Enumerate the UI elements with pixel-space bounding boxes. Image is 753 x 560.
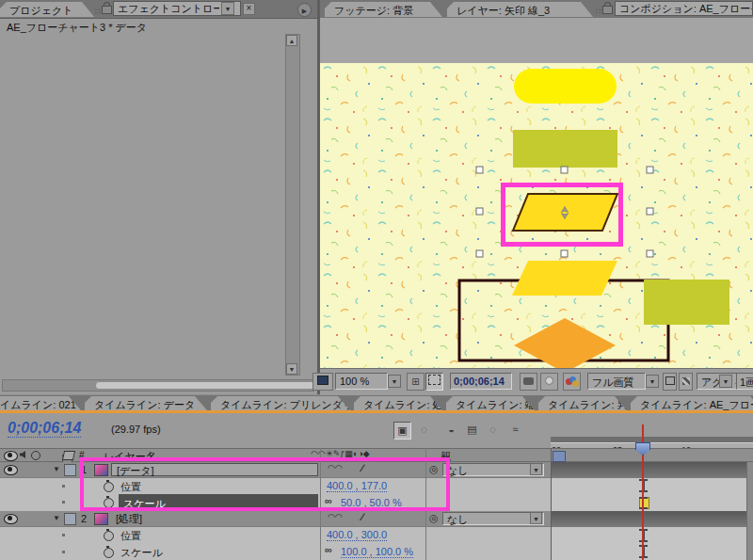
close-tab-button[interactable]: × — [243, 3, 255, 15]
panel-menu-icon: ▶ — [302, 8, 307, 14]
region-of-interest-button[interactable] — [425, 373, 443, 391]
horizontal-scroll-thumb[interactable] — [95, 381, 315, 390]
link-icon[interactable]: ∞ — [325, 544, 332, 555]
tab-timeline-process[interactable]: タイムライン: 処理 — [354, 396, 442, 410]
layer2-visibility-toggle[interactable] — [4, 514, 18, 524]
tab-timeline-ae-flow[interactable]: タイムライン: AE_フローチ — [631, 396, 753, 410]
comp-mini-flowchart-button[interactable]: ▣ — [393, 422, 411, 440]
person-icon — [545, 376, 553, 385]
blue-channel-icon — [572, 380, 579, 387]
layer1-parent-dropdown[interactable]: なし — [442, 463, 544, 476]
chevron-down-icon[interactable]: ▼ — [221, 2, 234, 15]
panel-menu-button[interactable]: ▶ — [297, 3, 312, 17]
current-time-display[interactable]: 0;00;06;14 — [8, 420, 81, 438]
layer1-label-chip[interactable] — [64, 464, 76, 476]
tab-timeline-021[interactable]: イムライン: 021 — [0, 396, 81, 410]
lock-icon — [102, 6, 112, 14]
composition-canvas[interactable] — [320, 63, 753, 368]
viewer-timecode-field[interactable]: 0;00;06;14 — [450, 373, 512, 390]
position2-stopwatch-icon[interactable] — [104, 531, 114, 541]
zoom-chevron-icon[interactable]: ▼ — [388, 375, 401, 388]
layer2-parent-dropdown[interactable]: なし — [442, 512, 544, 525]
layer-row-2[interactable]: ▼ 2 [処理] ◠◠ ∕ ◎ なし ▼ — [0, 511, 551, 527]
panel-grip[interactable]: ∷ — [95, 5, 112, 16]
tab-composition[interactable]: コンポジション: AE_フローチャート3 — [615, 1, 753, 16]
effect-controls-comp-name: AE_フローチャート3 * データ — [7, 21, 147, 35]
track-row-layer2 — [551, 511, 753, 527]
layer2-thumbnail-icon — [94, 513, 108, 525]
layer2-quality-switch[interactable]: ∕ — [361, 511, 363, 522]
resolution-dropdown[interactable]: フル画質 — [587, 373, 646, 390]
layer2-name-field[interactable]: [処理] — [111, 512, 318, 525]
tab-footage[interactable]: フッテージ: 背景 — [325, 2, 442, 17]
layer2-shy-switch[interactable]: ◠◠ — [328, 512, 343, 521]
layer2-expand-triangle[interactable]: ▼ — [53, 514, 60, 522]
composition-panel: フッテージ: 背景 レイヤー: 矢印 線_3 ∷ コンポジション: AE_フロー… — [320, 0, 753, 394]
horizontal-scrollbar[interactable] — [2, 379, 314, 392]
layer1-parent-chevron-icon[interactable]: ▼ — [530, 463, 542, 475]
view-layout-dropdown[interactable]: 1画 — [736, 373, 753, 390]
keyframe-layer1-scale-selected[interactable] — [639, 497, 649, 509]
channel-settings-button[interactable] — [563, 373, 581, 391]
roi-button[interactable] — [663, 373, 677, 391]
column-divider — [551, 448, 552, 560]
keyframe-navigator-dot[interactable] — [62, 534, 65, 536]
layer2-index: 2 — [81, 513, 87, 524]
tab-project[interactable]: プロジェクト — [0, 2, 94, 17]
property-row-layer2-scale[interactable]: スケール ∞ 100.0 , 100.0 % — [0, 544, 551, 560]
scale2-stopwatch-icon[interactable] — [104, 548, 114, 558]
comp-button[interactable] — [553, 451, 566, 462]
ghost-icon: ◌ — [489, 424, 496, 435]
tab-layer[interactable]: レイヤー: 矢印 線_3 — [447, 2, 593, 17]
scroll-down-button[interactable]: ▼ — [286, 363, 297, 375]
dome-icon: ◒ — [448, 424, 455, 435]
timeline-header: 0;00;06;14 (29.97 fps) ▣ ◌ ◒ ▤ ◌ ≈ 00s 0… — [0, 413, 753, 448]
panel-grip[interactable]: ∷ — [596, 5, 613, 16]
tab-timeline-prerender[interactable]: タイムライン: プリレンダリング＃1 — [211, 396, 350, 410]
solo-column-icon — [31, 451, 40, 460]
view-options-button[interactable] — [312, 373, 333, 391]
timeline-scrollbar[interactable] — [746, 462, 753, 560]
checkerboard-icon — [682, 377, 690, 385]
resolution-chevron-icon[interactable]: ▼ — [646, 375, 659, 388]
flowchart-parallelogram-lower — [512, 261, 617, 296]
track-row-pos1 — [551, 478, 753, 494]
hide-shy-layers-button[interactable]: ◒ — [442, 422, 460, 440]
keyframe-navigator-dot[interactable] — [62, 551, 65, 553]
graph-icon: ≈ — [512, 424, 518, 435]
tab-effect-controls[interactable]: エフェクトコントロール: データ ▼ — [113, 1, 241, 16]
graph-editor-button[interactable]: ≈ — [506, 422, 524, 440]
scale2-value[interactable]: 100.0 , 100.0 % — [341, 546, 413, 558]
layer2-label-chip[interactable] — [64, 513, 76, 525]
flowchart-rect-right — [644, 280, 729, 325]
tab-timeline-terminal[interactable]: タイムライン: 端子 — [446, 396, 535, 410]
camera-chevron-icon[interactable]: ▼ — [719, 375, 732, 388]
track-row-scale2 — [551, 544, 753, 560]
layer1-visibility-toggle[interactable] — [4, 465, 18, 475]
keyframe-navigator-dot[interactable] — [62, 485, 65, 488]
lock-icon — [602, 6, 613, 14]
show-snapshot-button[interactable] — [540, 373, 558, 391]
scale2-label: スケール — [120, 546, 163, 560]
tab-timeline-data[interactable]: タイムライン: データ — [85, 396, 207, 410]
transparency-grid-button[interactable] — [679, 373, 693, 391]
tab-timeline-decision[interactable]: タイムライン: 判断 — [538, 396, 627, 410]
layer2-parent-chevron-icon[interactable]: ▼ — [530, 512, 542, 524]
layer2-parent-pickwhip[interactable]: ◎ — [429, 512, 439, 524]
track-row-layer1 — [551, 462, 753, 478]
safe-areas-button[interactable]: ⊞ — [407, 373, 425, 391]
zoom-level-dropdown[interactable]: 100 % — [335, 373, 388, 390]
frame-blend-button[interactable]: ▤ — [463, 422, 481, 440]
viewer-toolbar: 100 % ▼ ⊞ 0;00;06;14 — [320, 368, 753, 395]
position2-value[interactable]: 400.0 , 300.0 — [327, 529, 387, 541]
motion-blur-button[interactable]: ◌ — [484, 422, 502, 440]
draft-3d-button[interactable]: ◌ — [415, 422, 433, 440]
scroll-up-button[interactable]: ▲ — [286, 35, 297, 46]
effect-controls-content — [0, 34, 282, 377]
layer1-expand-triangle[interactable]: ▼ — [53, 465, 60, 473]
grip-dots-icon: ∷ — [596, 7, 601, 16]
keyframe-navigator-dot[interactable] — [62, 501, 65, 504]
snapshot-button[interactable] — [520, 373, 537, 391]
property-row-layer2-position[interactable]: 位置 400.0 , 300.0 — [0, 527, 551, 544]
vertical-scrollbar[interactable]: ▲ ▼ — [285, 34, 300, 376]
